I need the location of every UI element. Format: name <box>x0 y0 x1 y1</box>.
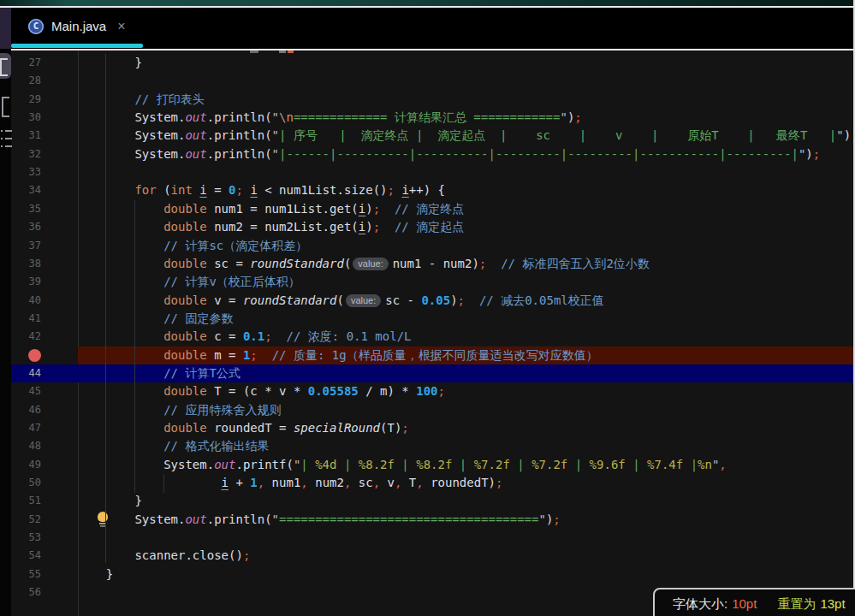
code-line[interactable]: 37 // 计算sc（滴定体积差） <box>11 237 855 255</box>
rail-accent-strip <box>0 8 11 49</box>
code-text: } <box>77 54 142 72</box>
code-text: } <box>77 492 142 510</box>
code-line[interactable]: 28 <box>11 72 855 90</box>
line-number[interactable]: 47 <box>11 419 41 437</box>
line-number[interactable]: 34 <box>11 181 41 199</box>
code-line[interactable]: 38 double sc = roundStandard(value:num1 … <box>11 255 855 273</box>
code-line[interactable]: 55 } <box>11 566 855 583</box>
clipped-line-fragment <box>250 50 258 53</box>
font-size-reset-link[interactable]: 重置为13pt <box>777 596 845 613</box>
line-number[interactable]: 38 <box>11 255 41 273</box>
code-line[interactable]: 40 double v = roundStandard(value:sc - 0… <box>11 292 855 310</box>
code-text: System.out.println("====================… <box>77 511 561 529</box>
line-number[interactable]: 32 <box>11 145 41 163</box>
code-text: // 计算T公式 <box>77 364 240 382</box>
code-line[interactable]: 46 // 应用特殊舍入规则 <box>11 401 855 419</box>
line-number[interactable]: 39 <box>11 273 41 291</box>
line-number[interactable]: 40 <box>11 292 41 310</box>
code-line[interactable]: 35 double num1 = num1List.get(i); // 滴定终… <box>11 200 855 218</box>
line-number[interactable]: 37 <box>11 237 41 255</box>
code-line[interactable]: 43 double m = 1; // 质量: 1g（样品质量，根据不同质量适当… <box>11 346 855 364</box>
code-line[interactable]: 31 System.out.println("| 序号 | 滴定终点 | 滴定起… <box>11 127 855 145</box>
line-number[interactable]: 52 <box>11 511 41 529</box>
code-text: double sc = roundStandard(value:num1 - n… <box>77 255 650 273</box>
line-number[interactable]: 44 <box>11 364 41 382</box>
line-number[interactable]: 45 <box>11 382 41 400</box>
font-size-popup: 字体大小: 10pt 重置为13pt <box>653 588 855 616</box>
code-line[interactable]: 29 // 打印表头 <box>11 91 855 109</box>
line-number[interactable]: 31 <box>11 127 41 145</box>
line-number[interactable]: 28 <box>11 72 41 90</box>
code-line[interactable]: 44 // 计算T公式 <box>11 364 855 382</box>
line-number[interactable]: 42 <box>11 328 41 346</box>
line-number[interactable]: 35 <box>11 200 41 218</box>
code-text: // 固定参数 <box>77 310 233 328</box>
code-line[interactable]: 49 System.out.printf("| %4d | %8.2f | %8… <box>11 456 855 474</box>
breakpoint-icon[interactable] <box>28 349 41 362</box>
indent-guide <box>163 474 164 493</box>
code-line[interactable]: 50 i + 1, num1, num2, sc, v, T, roundedT… <box>11 474 855 492</box>
code-text: for (int i = 0; i < num1List.size(); i++… <box>77 181 445 199</box>
parameter-hint-inlay: value: <box>353 258 388 270</box>
code-line[interactable]: 30 System.out.println("\n============= 计… <box>11 109 855 127</box>
window-top-bar <box>0 0 855 6</box>
code-line[interactable]: 54 scanner.close(); <box>11 547 855 565</box>
editor-tab-bar: C Main.java × <box>11 8 855 49</box>
line-number[interactable]: 49 <box>11 456 41 474</box>
parameter-hint-inlay: value: <box>346 294 381 307</box>
todo-list-icon[interactable] <box>1 128 11 151</box>
line-number[interactable]: 36 <box>11 218 41 236</box>
code-line[interactable]: 32 System.out.println("|------|---------… <box>11 145 855 163</box>
code-text: System.out.printf("| %4d | %8.2f | %8.2f… <box>77 456 727 474</box>
tab-main-java[interactable]: C Main.java × <box>14 8 138 44</box>
tool-window-rail <box>0 8 11 616</box>
active-tab-underline <box>11 44 143 48</box>
tab-close-icon[interactable]: × <box>117 19 125 34</box>
line-number[interactable]: 41 <box>11 310 41 328</box>
code-line[interactable]: 51 } <box>11 492 855 510</box>
line-number[interactable]: 46 <box>11 401 41 419</box>
code-text: double v = roundStandard(value:sc - 0.05… <box>77 292 604 310</box>
code-line[interactable]: 45 double T = (c * v * 0.05585 / m) * 10… <box>11 382 855 400</box>
code-text: // 计算v（校正后体积） <box>77 273 300 291</box>
font-size-label: 字体大小: <box>673 596 727 613</box>
code-line[interactable]: 42 double c = 0.1; // 浓度: 0.1 mol/L <box>11 328 855 346</box>
indent-guide <box>105 54 106 563</box>
code-line[interactable]: 52 System.out.println("=================… <box>11 511 855 529</box>
code-line[interactable]: 39 // 计算v（校正后体积） <box>11 273 855 291</box>
code-text: // 打印表头 <box>77 91 205 109</box>
project-icon <box>0 58 8 76</box>
line-number[interactable]: 54 <box>11 547 41 565</box>
line-number[interactable]: 56 <box>11 583 41 601</box>
clipped-line-fragment <box>288 50 294 53</box>
font-size-value: 10pt <box>732 596 757 611</box>
code-text: scanner.close(); <box>77 547 250 565</box>
copy-icon[interactable] <box>2 97 9 117</box>
line-number[interactable]: 51 <box>11 492 41 510</box>
line-number[interactable]: 29 <box>11 91 41 109</box>
code-line[interactable]: 41 // 固定参数 <box>11 310 855 328</box>
code-line[interactable]: 34 for (int i = 0; i < num1List.size(); … <box>11 181 855 199</box>
line-number[interactable]: 27 <box>11 54 41 72</box>
code-line[interactable]: 53 <box>11 529 855 547</box>
line-number[interactable]: 33 <box>11 163 41 181</box>
code-line[interactable]: 33 <box>11 163 855 181</box>
line-number[interactable]: 55 <box>11 566 41 583</box>
line-number[interactable]: 53 <box>11 529 41 547</box>
code-editor[interactable]: 27 }2829 // 打印表头30 System.out.println("\… <box>11 50 855 616</box>
code-line[interactable]: 48 // 格式化输出结果 <box>11 437 855 455</box>
indent-guide <box>134 200 135 493</box>
ide-window: { "tab": { "icon_letter": "C", "label": … <box>0 0 855 616</box>
project-tool-window-button[interactable] <box>0 53 11 79</box>
line-number[interactable]: 30 <box>11 109 41 127</box>
code-text: double m = 1; // 质量: 1g（样品质量，根据不同质量适当改写对… <box>77 346 598 364</box>
code-line[interactable]: 47 double roundedT = specialRound(T); <box>11 419 855 437</box>
tab-label: Main.java <box>51 19 106 33</box>
java-class-icon: C <box>28 19 44 34</box>
code-line[interactable]: 27 } <box>11 54 855 72</box>
line-number[interactable]: 48 <box>11 437 41 455</box>
code-line[interactable]: 36 double num2 = num2List.get(i); // 滴定起… <box>11 218 855 236</box>
code-text: } <box>77 566 113 583</box>
line-number[interactable]: 50 <box>11 474 41 492</box>
code-text: // 计算sc（滴定体积差） <box>77 237 307 255</box>
